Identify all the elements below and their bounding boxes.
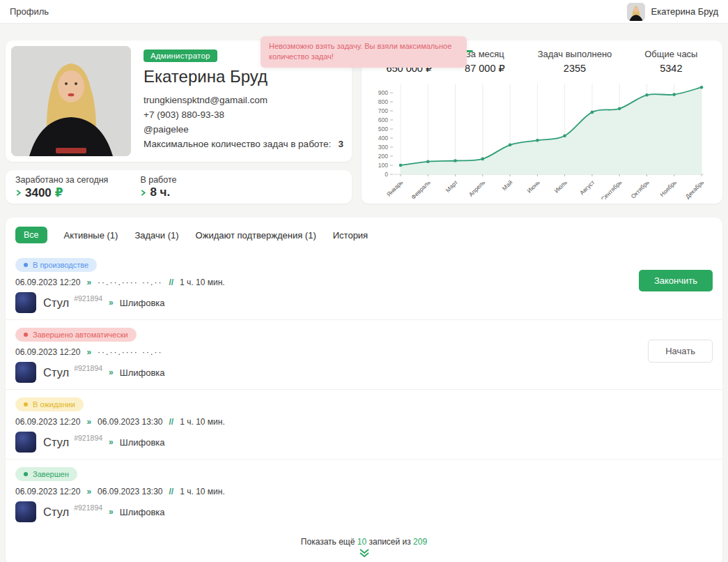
product-name: Стул: [43, 506, 69, 519]
duration-separator: //: [169, 417, 174, 427]
arrow-separator: »: [109, 367, 114, 377]
profile-name: Екатерина Бруд: [144, 67, 343, 86]
svg-text:Август: Август: [578, 179, 596, 196]
product-thumbnail: [15, 432, 36, 453]
in-work-label: В работе: [140, 175, 176, 185]
svg-text:700: 700: [378, 107, 388, 114]
top-bar: Профиль Екатерина Бруд: [0, 0, 728, 24]
product-article: #921894: [74, 501, 102, 512]
task-duration: 1 ч. 10 мин.: [180, 278, 225, 287]
tab-active[interactable]: Активные (1): [64, 230, 118, 241]
show-more-count: 10: [357, 537, 366, 547]
double-chevron-down-icon[interactable]: [359, 549, 370, 558]
profile-phone: +7 (903) 880-93-38: [144, 108, 343, 123]
task-start-time: 06.09.2023 12:20: [15, 417, 80, 427]
product-stage: Шлифовка: [120, 367, 165, 378]
svg-text:Май: Май: [501, 179, 514, 192]
svg-text:Март: Март: [444, 179, 460, 194]
svg-text:Апрель: Апрель: [467, 179, 487, 198]
user-chip[interactable]: Екатерина Бруд: [627, 3, 718, 21]
svg-text:0: 0: [385, 171, 388, 178]
currency-symbol: ₽: [55, 185, 63, 200]
svg-text:Сентябрь: Сентябрь: [600, 179, 624, 199]
chevron-right-icon: [140, 190, 146, 196]
product-thumbnail: [15, 501, 36, 522]
svg-text:600: 600: [378, 116, 388, 123]
task-duration: 1 ч. 10 мин.: [180, 487, 225, 496]
in-work-value: 8 ч.: [150, 185, 170, 199]
tab-history[interactable]: История: [333, 230, 368, 241]
tasks-card: Все Активные (1) Задачи (1) Ожидают подт…: [6, 218, 722, 562]
status-label: Завершено автоматически: [33, 331, 128, 339]
status-dot-icon: [24, 333, 28, 337]
profile-max-tasks: Максимальное количество задач в работе:3: [144, 137, 343, 152]
task-dates: 06.09.2023 12:20 » 06.09.2023 13:30 // 1…: [15, 487, 713, 496]
task-row: Завершено автоматически 06.09.2023 12:20…: [6, 320, 722, 390]
stat-value: 2355: [538, 63, 612, 74]
product-article: #921894: [74, 292, 102, 303]
svg-text:400: 400: [378, 135, 388, 142]
profile-email: trungkienspktnd@gamail.com: [144, 93, 343, 108]
profile-photo: [11, 46, 131, 156]
product-name: Стул: [43, 366, 69, 379]
status-badge: Завершен: [15, 467, 77, 481]
show-more-records-label: записей из: [369, 537, 410, 547]
toast-message: Невозможно взять задачу. Вы взяли максим…: [269, 42, 451, 61]
stat-value: 5342: [644, 63, 697, 74]
stat-total-hours[interactable]: Общие часы 5342: [644, 49, 697, 78]
task-row: В ожидании 06.09.2023 12:20 » 06.09.2023…: [6, 390, 722, 460]
svg-text:Февраль: Февраль: [410, 179, 432, 199]
show-more[interactable]: Показать ещё 10 записей из 209: [6, 529, 722, 562]
earnings-chart: 0100200300400500600700800900ЯнварьФеврал…: [370, 79, 714, 199]
task-end-time: ··.··.···· ··.··: [98, 278, 162, 287]
finish-task-button[interactable]: Закончить: [639, 270, 713, 291]
task-row: В производстве 06.09.2023 12:20 » ··.··.…: [6, 250, 722, 320]
status-label: Завершен: [33, 470, 69, 478]
stat-label: Задач выполнено: [538, 49, 612, 59]
task-product: Стул #921894 » Шлифовка: [15, 362, 713, 383]
task-start-time: 06.09.2023 12:20: [15, 278, 80, 287]
tab-all[interactable]: Все: [15, 227, 47, 243]
product-thumbnail: [15, 362, 36, 383]
start-task-button[interactable]: Начать: [648, 340, 713, 363]
status-badge: В ожидании: [15, 397, 84, 411]
toast-error: Невозможно взять задачу. Вы взяли максим…: [261, 36, 467, 68]
stat-tasks-done[interactable]: Задач выполнено 2355: [538, 49, 612, 78]
product-stage: Шлифовка: [120, 437, 165, 448]
chevron-right-icon: [15, 190, 22, 196]
product-thumbnail: [15, 292, 36, 313]
task-product: Стул #921894 » Шлифовка: [15, 501, 713, 522]
arrow-separator: »: [86, 417, 91, 427]
role-badge: Администратор: [144, 50, 217, 62]
tab-awaiting-confirmation[interactable]: Ожидают подтверждения (1): [196, 230, 316, 241]
svg-text:500: 500: [378, 126, 388, 132]
product-article: #921894: [74, 432, 102, 442]
task-start-time: 06.09.2023 12:20: [15, 487, 80, 496]
svg-text:100: 100: [378, 162, 388, 169]
svg-text:Январь: Январь: [385, 179, 405, 198]
duration-separator: //: [169, 278, 173, 287]
status-badge: Завершено автоматически: [15, 328, 137, 342]
product-stage: Шлифовка: [120, 298, 165, 308]
status-dot-icon: [24, 472, 28, 476]
tab-tasks[interactable]: Задачи (1): [134, 230, 178, 241]
task-tabs: Все Активные (1) Задачи (1) Ожидают подт…: [6, 218, 722, 250]
arrow-separator: »: [109, 507, 114, 517]
task-dates: 06.09.2023 12:20 » ··.··.···· ··.··: [15, 347, 713, 357]
status-dot-icon: [24, 263, 28, 267]
in-work-stat[interactable]: В работе 8 ч.: [140, 175, 176, 199]
earned-today-stat[interactable]: Заработано за сегодня 3400 ₽: [15, 175, 108, 199]
task-end-time: 06.09.2023 13:30: [98, 417, 162, 427]
max-tasks-value: 3: [338, 139, 343, 149]
stat-label: Общие часы: [644, 49, 697, 59]
user-name: Екатерина Бруд: [651, 6, 718, 17]
status-dot-icon: [24, 402, 28, 407]
product-name: Стул: [43, 436, 69, 449]
arrow-separator: »: [86, 487, 91, 496]
duration-separator: //: [169, 487, 174, 496]
stat-per-month[interactable]: За месяц 87 000 ₽: [465, 49, 505, 78]
status-label: В ожидании: [33, 400, 75, 409]
svg-text:300: 300: [378, 144, 388, 151]
product-stage: Шлифовка: [120, 507, 165, 517]
status-badge: В производстве: [15, 258, 97, 272]
